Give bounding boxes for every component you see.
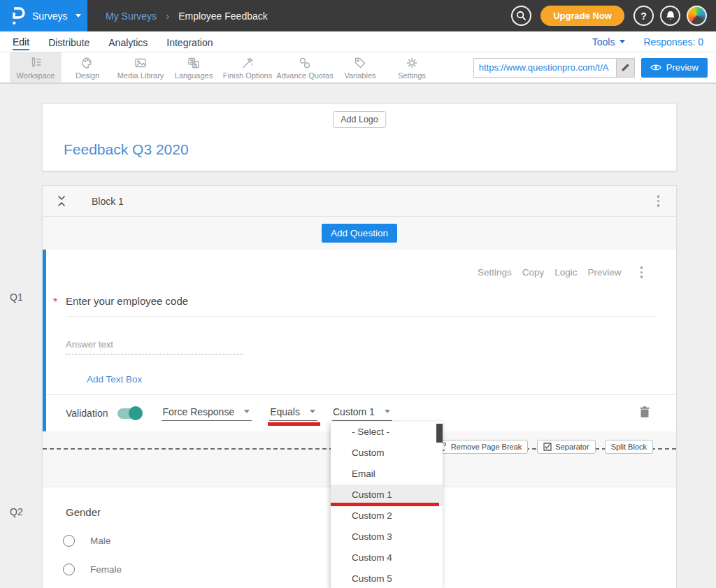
add-logo-button[interactable]: Add Logo xyxy=(333,111,386,128)
product-label: Surveys xyxy=(32,10,68,22)
toolbar-item-design[interactable]: Design xyxy=(62,52,113,83)
toolbar-item-workspace[interactable]: Workspace xyxy=(10,52,62,83)
toolbar-item-advance-quotas[interactable]: Advance Quotas xyxy=(275,52,334,83)
validation-label: Validation xyxy=(66,408,108,419)
chevron-down-icon xyxy=(76,14,81,17)
add-text-box-link[interactable]: Add Text Box xyxy=(87,374,142,385)
toggle-knob xyxy=(129,406,143,420)
questionpro-logo-icon xyxy=(10,6,26,27)
magic-wand-icon xyxy=(241,56,255,70)
gear-icon xyxy=(405,56,419,70)
user-avatar[interactable] xyxy=(687,6,707,26)
survey-title[interactable]: Feedback Q3 2020 xyxy=(64,141,189,158)
image-icon xyxy=(134,56,148,70)
required-marker: * xyxy=(53,296,57,309)
force-response-select[interactable]: Force Response xyxy=(162,406,252,421)
toolbar-item-languages[interactable]: Languages xyxy=(168,52,220,83)
help-button[interactable]: ? xyxy=(633,6,654,26)
toolbar-item-variables[interactable]: Variables xyxy=(334,52,386,83)
edit-url-button[interactable] xyxy=(616,58,635,78)
dropdown-scrollbar-thumb[interactable] xyxy=(436,424,443,443)
add-question-row: Add Question xyxy=(43,217,676,250)
survey-url-input[interactable] xyxy=(473,58,616,78)
question-settings-link[interactable]: Settings xyxy=(478,267,512,278)
dropdown-option-custom4[interactable]: Custom 4 xyxy=(331,547,443,568)
block-title[interactable]: Block 1 xyxy=(92,196,124,207)
question-card-q1[interactable]: Settings Copy Logic Preview * Enter your… xyxy=(43,250,676,431)
edit-toolbar: Workspace Design Media Library Languages… xyxy=(0,52,716,84)
question-preview-link[interactable]: Preview xyxy=(587,267,621,278)
question-text-field[interactable]: * Enter your employee code xyxy=(66,295,654,317)
answer-text-placeholder[interactable]: Answer text xyxy=(66,339,243,354)
answer-option-label[interactable]: Male xyxy=(90,536,110,546)
questionpro-survey-editor: Surveys My Surveys › Employee Feedback U… xyxy=(0,0,716,588)
breadcrumb-current-survey: Employee Feedback xyxy=(178,10,268,22)
search-icon xyxy=(516,10,527,21)
search-button[interactable] xyxy=(511,6,531,26)
dropdown-option-custom1[interactable]: Custom 1 xyxy=(331,485,443,505)
block-menu-kebab[interactable] xyxy=(654,192,663,210)
breadcrumb: My Surveys › Employee Feedback xyxy=(106,10,268,22)
toolbar-item-settings[interactable]: Settings xyxy=(386,52,438,83)
product-switcher[interactable]: Surveys xyxy=(0,0,87,31)
checked-checkbox-icon xyxy=(543,443,552,451)
toolbar-right: Preview xyxy=(473,52,716,83)
separator-button[interactable]: Separator xyxy=(537,440,595,454)
question-number-q2: Q2 xyxy=(10,506,23,517)
chevron-down-icon xyxy=(620,40,625,43)
chain-links-icon xyxy=(298,56,312,70)
remove-page-break-button[interactable]: Remove Page Break xyxy=(433,440,529,454)
question-menu-kebab[interactable] xyxy=(638,264,646,281)
operator-select[interactable]: Equals xyxy=(269,406,317,421)
eye-icon xyxy=(650,64,661,71)
chevron-down-icon xyxy=(310,410,315,413)
answer-option-label[interactable]: Female xyxy=(90,564,122,575)
tab-edit[interactable]: Edit xyxy=(13,34,29,50)
split-block-button[interactable]: Split Block xyxy=(605,440,653,454)
tab-integration[interactable]: Integration xyxy=(166,34,213,50)
dropdown-option-custom2[interactable]: Custom 2 xyxy=(331,505,443,526)
help-icon: ? xyxy=(640,10,647,22)
trash-icon xyxy=(640,406,650,418)
preview-button[interactable]: Preview xyxy=(641,58,708,78)
breadcrumb-my-surveys[interactable]: My Surveys xyxy=(106,10,157,22)
validation-value-select[interactable]: Custom 1 xyxy=(332,406,392,421)
delete-question-button[interactable] xyxy=(640,406,650,420)
tag-icon xyxy=(353,56,367,70)
question-copy-link[interactable]: Copy xyxy=(522,267,545,278)
page-break-controls: Remove Page Break Separator Split Block xyxy=(433,440,653,454)
tab-analytics[interactable]: Analytics xyxy=(108,34,148,50)
dropdown-option-custom3[interactable]: Custom 3 xyxy=(331,526,443,547)
upgrade-now-button[interactable]: Upgrade Now xyxy=(540,6,624,26)
survey-canvas: Q1 Q2 Add Logo Feedback Q3 2020 Block 1 … xyxy=(0,84,716,588)
question-actions: Settings Copy Logic Preview xyxy=(46,250,676,281)
dropdown-option-custom5[interactable]: Custom 5 xyxy=(331,568,443,588)
notifications-button[interactable] xyxy=(660,6,680,26)
responses-count[interactable]: Responses: 0 xyxy=(643,36,703,48)
survey-nav: Edit Distribute Analytics Integration To… xyxy=(0,31,716,52)
breadcrumb-separator: › xyxy=(166,10,169,22)
validation-toggle[interactable] xyxy=(117,408,141,419)
validation-value-dropdown: - Select - Custom Email Custom 1 Custom … xyxy=(331,422,443,588)
radio-button[interactable] xyxy=(63,535,75,547)
dropdown-option-select[interactable]: - Select - xyxy=(331,422,443,443)
subnav-right: Tools Responses: 0 xyxy=(592,36,703,48)
survey-header-card: Add Logo Feedback Q3 2020 xyxy=(42,103,677,171)
question-logic-link[interactable]: Logic xyxy=(554,267,577,278)
question-number-q1: Q1 xyxy=(10,292,23,303)
collapse-block-button[interactable] xyxy=(57,195,66,207)
pencil-icon xyxy=(620,63,630,73)
radio-button[interactable] xyxy=(63,564,75,575)
toolbar-item-media-library[interactable]: Media Library xyxy=(113,52,168,83)
bell-icon xyxy=(666,10,675,21)
survey-url-field xyxy=(473,58,635,78)
red-annotation-underline xyxy=(268,422,320,426)
dropdown-option-email[interactable]: Email xyxy=(331,464,443,485)
top-bar: Surveys My Surveys › Employee Feedback U… xyxy=(0,0,716,31)
tab-distribute[interactable]: Distribute xyxy=(48,34,90,50)
dropdown-option-custom[interactable]: Custom xyxy=(331,443,443,464)
question-text[interactable]: Enter your employee code xyxy=(66,295,188,307)
toolbar-item-finish-options[interactable]: Finish Options xyxy=(220,52,275,83)
add-question-button[interactable]: Add Question xyxy=(322,224,397,243)
tools-menu[interactable]: Tools xyxy=(592,36,626,48)
